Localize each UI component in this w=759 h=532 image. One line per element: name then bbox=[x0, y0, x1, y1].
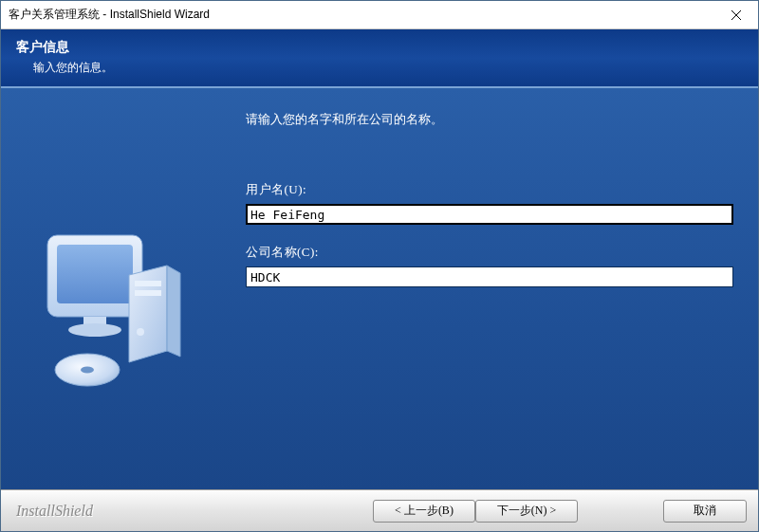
computer-icon bbox=[28, 228, 190, 408]
back-button[interactable]: < 上一步(B) bbox=[373, 500, 475, 523]
svg-point-8 bbox=[137, 328, 144, 336]
company-input[interactable] bbox=[246, 266, 733, 287]
svg-rect-7 bbox=[135, 290, 161, 296]
username-input[interactable] bbox=[246, 204, 733, 225]
page-subtitle: 输入您的信息。 bbox=[33, 60, 758, 76]
form-panel: 请输入您的名字和所在公司的名称。 用户名(U): 公司名称(C): bbox=[217, 88, 758, 489]
svg-point-5 bbox=[68, 323, 121, 337]
back-button-label: < 上一步(B) bbox=[395, 503, 454, 519]
close-button[interactable] bbox=[714, 1, 758, 28]
cancel-button-label: 取消 bbox=[694, 503, 716, 519]
instruction-text: 请输入您的名字和所在公司的名称。 bbox=[246, 111, 733, 128]
svg-rect-6 bbox=[135, 281, 161, 286]
wizard-body: 请输入您的名字和所在公司的名称。 用户名(U): 公司名称(C): bbox=[1, 88, 758, 489]
close-icon bbox=[731, 10, 741, 20]
cancel-button[interactable]: 取消 bbox=[663, 500, 747, 523]
page-title: 客户信息 bbox=[16, 39, 758, 56]
wizard-header: 客户信息 输入您的信息。 bbox=[1, 29, 758, 88]
side-graphic-panel bbox=[1, 88, 217, 489]
company-label: 公司名称(C): bbox=[246, 244, 733, 261]
titlebar: 客户关系管理系统 - InstallShield Wizard bbox=[1, 1, 758, 29]
button-row: < 上一步(B) 下一步(N) > 取消 bbox=[373, 500, 747, 523]
next-button-label: 下一步(N) > bbox=[497, 503, 556, 519]
titlebar-buttons bbox=[714, 1, 758, 28]
svg-rect-3 bbox=[57, 245, 133, 303]
window-title: 客户关系管理系统 - InstallShield Wizard bbox=[9, 7, 714, 23]
svg-point-10 bbox=[81, 366, 94, 373]
username-label: 用户名(U): bbox=[246, 181, 733, 198]
installer-window: 客户关系管理系统 - InstallShield Wizard 客户信息 输入您… bbox=[0, 0, 759, 532]
next-button[interactable]: 下一步(N) > bbox=[475, 500, 578, 523]
installshield-brand: InstallShield bbox=[16, 503, 93, 520]
wizard-footer: InstallShield < 上一步(B) 下一步(N) > 取消 bbox=[1, 489, 758, 531]
